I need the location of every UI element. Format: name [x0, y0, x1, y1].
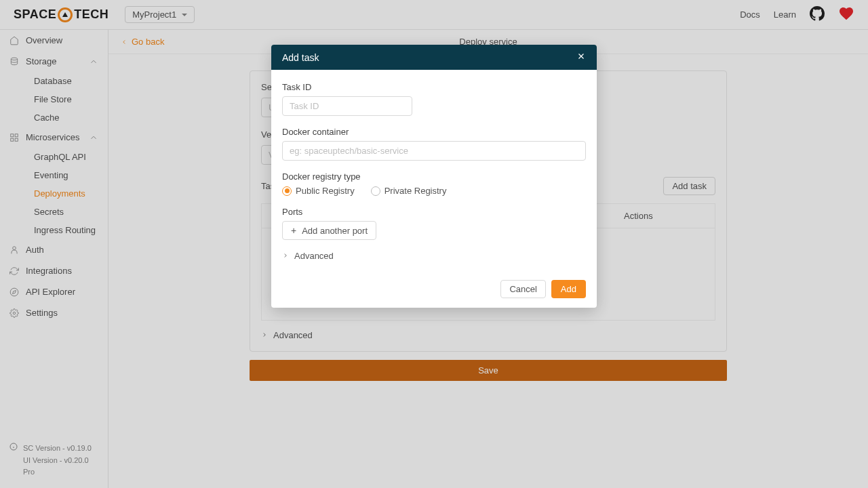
modal-advanced-label: Advanced	[294, 251, 334, 261]
registry-private-radio[interactable]: Private Registry	[371, 186, 447, 196]
close-icon[interactable]	[576, 52, 586, 63]
plus-icon: +	[291, 225, 296, 236]
add-port-button[interactable]: + Add another port	[282, 221, 376, 240]
registry-type-label: Docker registry type	[282, 171, 586, 182]
task-id-label: Task ID	[282, 82, 586, 92]
modal-advanced-toggle[interactable]: Advanced	[282, 251, 586, 261]
add-button[interactable]: Add	[551, 280, 586, 298]
radio-checked-icon	[282, 186, 292, 196]
docker-container-label: Docker container	[282, 127, 586, 137]
ports-label: Ports	[282, 207, 586, 217]
add-task-modal: Add task Task ID Docker container Docker…	[271, 45, 597, 308]
modal-backdrop[interactable]: Add task Task ID Docker container Docker…	[0, 0, 868, 488]
radio-unchecked-icon	[371, 186, 380, 196]
add-port-label: Add another port	[302, 226, 368, 236]
modal-header: Add task	[271, 45, 597, 70]
registry-public-radio[interactable]: Public Registry	[282, 186, 355, 196]
docker-container-input[interactable]	[282, 141, 586, 161]
modal-title: Add task	[282, 52, 319, 63]
registry-private-label: Private Registry	[384, 186, 447, 196]
registry-public-label: Public Registry	[296, 186, 355, 196]
cancel-button[interactable]: Cancel	[500, 280, 545, 298]
chevron-right-icon	[282, 251, 289, 261]
task-id-input[interactable]	[282, 96, 412, 116]
